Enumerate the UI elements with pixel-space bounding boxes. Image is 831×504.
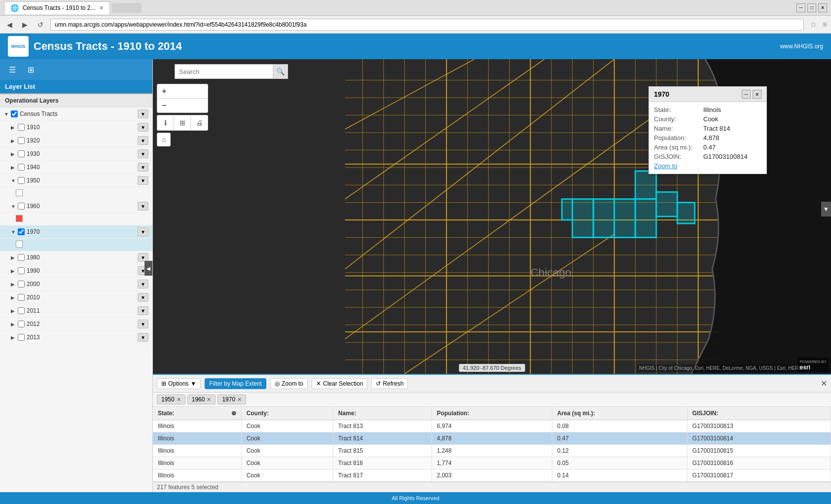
cell-name: Tract 815: [333, 445, 432, 457]
layer-1950-checkbox[interactable]: [18, 177, 25, 184]
layer-2010-checkbox[interactable]: [18, 294, 25, 301]
layer-1940-options-btn[interactable]: ▼: [138, 163, 148, 172]
sidebar-collapse-btn[interactable]: ◀: [145, 261, 152, 276]
tab-pill-1970[interactable]: 1970 ✕: [217, 395, 246, 404]
layer-1940-checkbox[interactable]: [18, 164, 25, 171]
layer-1910-checkbox[interactable]: [18, 124, 25, 131]
table-row[interactable]: IllinoisCookTract 8144,8780.47G170031008…: [153, 432, 831, 445]
census-tracts-expand[interactable]: ▼: [4, 111, 9, 117]
census-tracts-checkbox[interactable]: [11, 110, 18, 117]
layer-2000-expand[interactable]: ▶: [11, 282, 16, 287]
options-btn[interactable]: ⊞ Options ▼: [157, 378, 201, 389]
map-area[interactable]: Chicago + − ℹ ⊞ 🖨: [153, 59, 831, 492]
layer-1980-expand[interactable]: ▶: [11, 255, 16, 260]
refresh-btn[interactable]: ↺ Refresh: [371, 378, 408, 389]
layer-2011-expand[interactable]: ▶: [11, 308, 16, 314]
layer-2012-options-btn[interactable]: ▼: [138, 320, 148, 328]
table-row[interactable]: IllinoisCookTract 8172,0030.14G170031008…: [153, 469, 831, 482]
cell-state: Illinois: [153, 445, 241, 457]
map-expand-btn[interactable]: ▼: [821, 202, 831, 216]
cell-county: Cook: [241, 432, 333, 445]
tab-1960-close[interactable]: ✕: [207, 396, 211, 403]
layer-2011-options-btn[interactable]: ▼: [138, 306, 148, 315]
popup-area-row: Area (sq mi.): 0.47: [654, 144, 761, 151]
main-content: ☰ ⊞ Layer List Operational Layers ▼ Cens…: [0, 59, 831, 492]
browser-tab[interactable]: 🌐 Census Tracts - 1910 to 2... ✕: [4, 1, 110, 14]
layer-1980-checkbox[interactable]: [18, 254, 25, 261]
data-table-container[interactable]: State: ⊕ County: Name:: [153, 407, 831, 482]
layer-1990-checkbox[interactable]: [18, 267, 25, 274]
map-popup-body: State: Illinois County: Cook Name: Tract…: [649, 102, 766, 174]
layer-1930-options-btn[interactable]: ▼: [138, 149, 148, 158]
map-search-input[interactable]: [175, 64, 273, 79]
table-row[interactable]: IllinoisCookTract 8161,7740.05G170031008…: [153, 457, 831, 469]
layer-2000-checkbox[interactable]: [18, 281, 25, 288]
layers-btn[interactable]: ⊞: [23, 62, 39, 77]
layer-2010-expand[interactable]: ▶: [11, 295, 16, 300]
popup-state-row: State: Illinois: [654, 106, 761, 113]
tab-pill-1960[interactable]: 1960 ✕: [187, 395, 216, 404]
map-zoom-out-btn[interactable]: −: [157, 99, 171, 112]
layer-1970-expand[interactable]: ▼: [11, 229, 16, 235]
browser-tab-close[interactable]: ✕: [99, 5, 104, 11]
map-zoom-in-btn[interactable]: +: [157, 84, 171, 98]
map-info-btn[interactable]: ℹ: [157, 115, 174, 130]
layer-2000-options-btn[interactable]: ▼: [138, 280, 148, 288]
layer-1910-options-btn[interactable]: ▼: [138, 123, 148, 132]
table-row[interactable]: IllinoisCookTract 8136,9740.08G170031008…: [153, 420, 831, 432]
browser-forward-btn[interactable]: ▶: [19, 20, 31, 30]
map-grid-btn[interactable]: ⊞: [174, 115, 191, 130]
table-row[interactable]: IllinoisCookTract 8151,2480.12G170031008…: [153, 445, 831, 457]
layer-1960-checkbox[interactable]: [18, 203, 25, 210]
layer-1920-checkbox[interactable]: [18, 137, 25, 144]
browser-refresh-btn[interactable]: ↺: [35, 20, 46, 30]
layer-1950-options-btn[interactable]: ▼: [138, 176, 148, 185]
clear-selection-btn[interactable]: ✕ Clear Selection: [312, 378, 367, 389]
browser-minimize-btn[interactable]: ─: [796, 3, 805, 12]
layer-2013-expand[interactable]: ▶: [11, 335, 16, 340]
browser-back-btn[interactable]: ◀: [4, 20, 15, 30]
layer-2013-checkbox[interactable]: [18, 334, 25, 341]
layer-1940-expand[interactable]: ▶: [11, 165, 16, 170]
popup-zoom-link[interactable]: Zoom to: [654, 162, 761, 170]
map-print-btn[interactable]: 🖨: [191, 115, 208, 130]
browser-maximize-btn[interactable]: □: [807, 3, 816, 12]
map-viewport[interactable]: Chicago + − ℹ ⊞ 🖨: [153, 59, 831, 374]
map-home-btn[interactable]: ⌂: [157, 133, 171, 146]
layer-2011-checkbox[interactable]: [18, 307, 25, 314]
layer-1960-options-btn[interactable]: ▼: [138, 202, 148, 211]
layer-1930-checkbox[interactable]: [18, 150, 25, 157]
layer-1960-expand[interactable]: ▼: [11, 204, 16, 209]
layer-2012-checkbox[interactable]: [18, 321, 25, 327]
popup-gisjoin-row: GISJOIN: G17003100814: [654, 153, 761, 160]
tab-1970-close[interactable]: ✕: [237, 396, 242, 403]
browser-url-input[interactable]: [50, 19, 804, 31]
layer-1920-expand[interactable]: ▶: [11, 138, 16, 144]
layer-1950-expand[interactable]: ▼: [11, 178, 16, 183]
layer-1920-options-btn[interactable]: ▼: [138, 136, 148, 145]
layer-1990-expand[interactable]: ▶: [11, 268, 16, 274]
census-tracts-options-btn[interactable]: ▼: [138, 109, 148, 118]
layer-2012-expand[interactable]: ▶: [11, 322, 16, 327]
map-popup-minimize-btn[interactable]: ─: [742, 90, 751, 99]
browser-menu-icon[interactable]: ≡: [823, 20, 827, 29]
zoom-to-btn[interactable]: ◎ Zoom to: [270, 378, 308, 389]
map-search-btn[interactable]: 🔍: [273, 64, 288, 79]
tab-1950-close[interactable]: ✕: [177, 396, 181, 403]
filter-extent-btn[interactable]: Filter by Map Extent: [205, 378, 266, 389]
hamburger-btn[interactable]: ☰: [4, 62, 21, 77]
layer-1930-expand[interactable]: ▶: [11, 151, 16, 157]
layer-2013-options-btn[interactable]: ▼: [138, 333, 148, 342]
browser-bookmark-icon[interactable]: ☆: [810, 20, 817, 29]
layer-1910-expand[interactable]: ▶: [11, 125, 16, 130]
tab-pill-1950[interactable]: 1950 ✕: [157, 395, 185, 404]
status-bar: 217 features 5 selected: [153, 482, 831, 492]
map-popup-close-btn[interactable]: ✕: [753, 90, 761, 99]
layer-1970-checkbox[interactable]: [18, 228, 25, 235]
browser-close-btn[interactable]: ✕: [818, 3, 827, 12]
sort-icon[interactable]: ⊕: [231, 410, 236, 417]
panel-close-btn[interactable]: ✕: [821, 379, 827, 388]
layer-1970-options-btn[interactable]: ▼: [138, 227, 148, 236]
app-header-link[interactable]: www.NHGIS.org: [780, 43, 823, 50]
layer-2010-options-btn[interactable]: ▼: [138, 293, 148, 302]
